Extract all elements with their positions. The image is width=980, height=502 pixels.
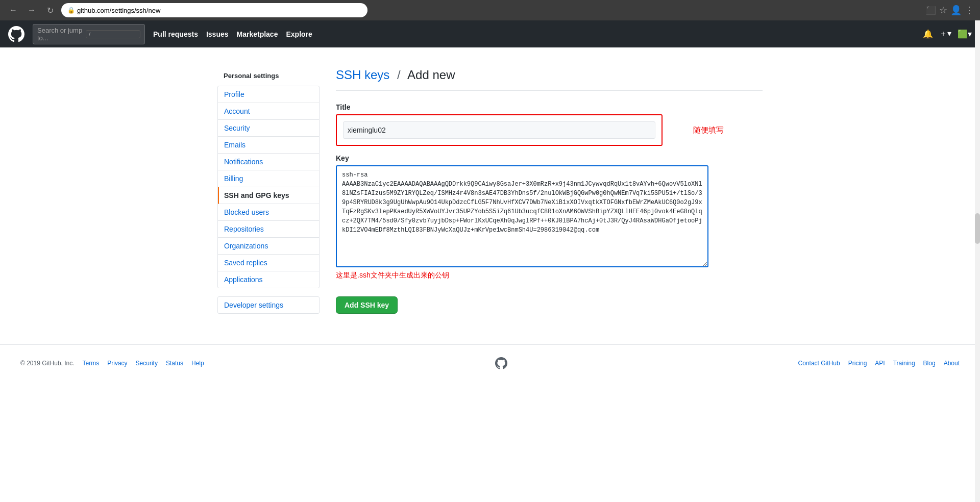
title-field-wrapper: [336, 114, 663, 146]
avatar-icon[interactable]: 🟩▾: [958, 29, 972, 39]
search-shortcut: /: [86, 30, 140, 38]
sidebar-item-applications[interactable]: Applications: [218, 271, 319, 288]
title-form-group: Title 随便填写: [336, 103, 763, 146]
footer-training[interactable]: Training: [893, 360, 915, 367]
sidebar-item-emails[interactable]: Emails: [218, 137, 319, 154]
browser-right-controls: ⬛ ☆ 👤 ⋮: [926, 5, 974, 16]
sidebar-item-repositories[interactable]: Repositories: [218, 221, 319, 238]
heading-text: Add new: [407, 68, 455, 82]
footer-links-right: Contact GitHub Pricing API Training Blog…: [798, 360, 960, 367]
forward-button[interactable]: →: [24, 3, 39, 17]
ssh-keys-link[interactable]: SSH keys: [336, 68, 389, 82]
search-placeholder: Search or jump to...: [37, 27, 86, 42]
key-annotation: 这里是.ssh文件夹中生成出来的公钥: [336, 271, 763, 280]
key-textarea[interactable]: [336, 165, 708, 267]
footer: © 2019 GitHub, Inc. Terms Privacy Securi…: [0, 344, 980, 382]
sidebar-item-billing[interactable]: Billing: [218, 170, 319, 187]
footer-help[interactable]: Help: [191, 360, 204, 367]
sidebar-item-account[interactable]: Account: [218, 103, 319, 120]
title-label: Title: [336, 103, 763, 111]
back-button[interactable]: ←: [6, 3, 20, 17]
nav-search[interactable]: Search or jump to... /: [33, 24, 145, 44]
footer-privacy[interactable]: Privacy: [107, 360, 127, 367]
sidebar-item-saved-replies[interactable]: Saved replies: [218, 255, 319, 271]
footer-contact-github[interactable]: Contact GitHub: [798, 360, 840, 367]
nav-pull-requests[interactable]: Pull requests: [153, 30, 198, 38]
footer-security[interactable]: Security: [136, 360, 158, 367]
sidebar-section-main: Profile Account Security Emails Notifica…: [217, 86, 320, 288]
browser-chrome: ← → ↻ 🔒 ⬛ ☆ 👤 ⋮: [0, 0, 980, 20]
page-heading: SSH keys / Add new: [336, 68, 763, 91]
star-icon[interactable]: ☆: [939, 5, 947, 16]
sidebar-item-notifications[interactable]: Notifications: [218, 154, 319, 170]
heading-separator: /: [397, 68, 401, 82]
nav-links: Pull requests Issues Marketplace Explore: [153, 30, 312, 38]
sidebar-title: Personal settings: [217, 68, 320, 84]
add-ssh-key-button[interactable]: Add SSH key: [336, 296, 398, 314]
cast-icon[interactable]: ⬛: [926, 6, 936, 15]
scrollbar-track[interactable]: [975, 20, 980, 502]
sidebar-section-developer: Developer settings: [217, 296, 320, 314]
title-annotation: 随便填写: [693, 126, 724, 135]
footer-about[interactable]: About: [944, 360, 960, 367]
title-input[interactable]: [343, 121, 655, 139]
footer-left: © 2019 GitHub, Inc. Terms Privacy Securi…: [20, 360, 204, 367]
nav-marketplace[interactable]: Marketplace: [237, 30, 278, 38]
footer-github-logo: [495, 357, 507, 369]
plus-icon[interactable]: ＋▾: [939, 29, 951, 39]
scrollbar-thumb[interactable]: [975, 213, 980, 244]
bell-icon[interactable]: 🔔: [923, 29, 933, 39]
url-input[interactable]: [77, 7, 361, 14]
nav-right-icons: 🔔 ＋▾ 🟩▾: [923, 29, 972, 39]
github-logo: [8, 26, 24, 42]
sidebar-item-ssh-gpg[interactable]: SSH and GPG keys: [218, 187, 319, 204]
sidebar-item-security[interactable]: Security: [218, 120, 319, 137]
sidebar-item-developer-settings[interactable]: Developer settings: [218, 297, 319, 313]
reload-button[interactable]: ↻: [43, 3, 57, 17]
footer-api[interactable]: API: [875, 360, 885, 367]
nav-explore[interactable]: Explore: [286, 30, 312, 38]
footer-pricing[interactable]: Pricing: [848, 360, 867, 367]
profile-icon[interactable]: 👤: [950, 5, 962, 16]
footer-links-left: Terms Privacy Security Status Help: [83, 360, 204, 367]
nav-issues[interactable]: Issues: [206, 30, 229, 38]
github-navbar: Search or jump to... / Pull requests Iss…: [0, 20, 980, 47]
address-bar[interactable]: 🔒: [61, 3, 368, 17]
footer-copyright: © 2019 GitHub, Inc.: [20, 360, 75, 367]
key-label: Key: [336, 154, 763, 162]
sidebar-item-profile[interactable]: Profile: [218, 86, 319, 103]
lock-icon: 🔒: [67, 7, 75, 14]
main-content: SSH keys / Add new Title 随便填写 Key 这里是.ss…: [336, 68, 763, 314]
footer-blog[interactable]: Blog: [923, 360, 936, 367]
sidebar: Personal settings Profile Account Securi…: [217, 68, 320, 314]
footer-status[interactable]: Status: [166, 360, 183, 367]
sidebar-item-organizations[interactable]: Organizations: [218, 238, 319, 255]
sidebar-item-blocked-users[interactable]: Blocked users: [218, 204, 319, 221]
menu-icon[interactable]: ⋮: [965, 5, 974, 16]
page-content: Personal settings Profile Account Securi…: [209, 47, 771, 344]
key-form-group: Key 这里是.ssh文件夹中生成出来的公钥: [336, 154, 763, 280]
footer-terms[interactable]: Terms: [83, 360, 100, 367]
